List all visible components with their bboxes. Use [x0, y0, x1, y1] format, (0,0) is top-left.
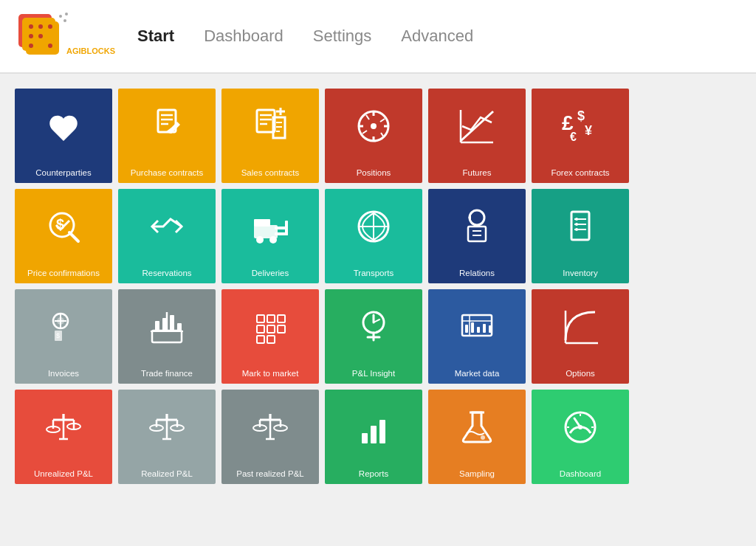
svg-text:$: $ [577, 108, 585, 123]
tile-reservations[interactable]: Reservations [118, 189, 216, 283]
tile-transports[interactable]: Transports [325, 189, 422, 283]
nav-settings[interactable]: Settings [313, 27, 372, 46]
logo-text: AGIBLOCKS [66, 46, 115, 55]
svg-point-6 [29, 34, 33, 38]
agiblocks-logo [15, 10, 74, 62]
tile-sampling[interactable]: Sampling [428, 390, 526, 484]
tile-invoices[interactable]: $ Invoices [15, 289, 112, 384]
svg-point-8 [29, 44, 33, 48]
svg-rect-54 [162, 318, 167, 331]
tile-reservations-label: Reservations [122, 269, 212, 277]
svg-point-44 [575, 218, 578, 221]
svg-rect-63 [278, 325, 285, 333]
svg-rect-77 [483, 324, 486, 333]
tile-inventory-label: Inventory [535, 269, 625, 277]
tile-positions-label: Positions [329, 168, 419, 177]
svg-rect-14 [257, 110, 275, 132]
svg-rect-53 [155, 321, 159, 331]
svg-point-11 [65, 13, 68, 15]
tile-futures-label: Futures [432, 168, 522, 177]
tile-forex-contracts-label: Forex contracts [535, 168, 625, 177]
svg-rect-59 [267, 315, 275, 322]
svg-point-5 [48, 24, 52, 29]
tile-realized-pl-label: Realized P&L [122, 469, 212, 478]
svg-point-12 [63, 19, 66, 22]
svg-rect-37 [468, 227, 486, 241]
tile-positions[interactable]: Positions [325, 89, 422, 183]
tile-dashboard[interactable]: Dashboard [532, 390, 629, 484]
nav-advanced[interactable]: Advanced [401, 27, 473, 46]
tile-counterparties[interactable]: Counterparties [15, 89, 112, 183]
svg-point-29 [269, 236, 277, 243]
svg-rect-76 [477, 327, 480, 333]
svg-point-28 [256, 236, 264, 243]
tile-trade-finance-label: Trade finance [122, 369, 212, 378]
tile-purchase-contracts[interactable]: Purchase contracts [118, 89, 216, 183]
tile-realized-pl[interactable]: Realized P&L [118, 390, 216, 484]
tile-dashboard-label: Dashboard [535, 469, 625, 478]
svg-rect-105 [362, 433, 368, 443]
tile-unrealized-pl[interactable]: Unrealized P&L [15, 390, 112, 484]
tile-relations[interactable]: Relations [428, 189, 526, 283]
svg-point-109 [481, 435, 485, 440]
tile-pl-insight[interactable]: P&L Insight [325, 289, 422, 384]
tile-forex-contracts[interactable]: £ $ ¥ € Forex contracts [532, 89, 629, 183]
svg-point-4 [38, 24, 43, 29]
svg-rect-62 [267, 325, 275, 333]
tile-mark-to-market[interactable]: Mark to market [221, 289, 319, 384]
svg-point-46 [575, 228, 578, 231]
tile-market-data-label: Market data [432, 369, 522, 378]
logo-area: AGIBLOCKS [15, 10, 115, 62]
tile-mark-to-market-label: Mark to market [225, 369, 315, 378]
svg-text:¥: ¥ [585, 123, 592, 138]
svg-point-36 [470, 210, 484, 225]
svg-text:€: € [570, 131, 577, 143]
tile-sales-contracts[interactable]: Sales contracts [221, 89, 319, 183]
tile-options-label: Options [535, 369, 625, 378]
tile-grid: Counterparties Purchase contracts Sales … [0, 77, 756, 495]
svg-rect-58 [257, 315, 264, 322]
svg-rect-65 [267, 336, 275, 343]
nav-start[interactable]: Start [137, 27, 174, 46]
svg-point-112 [578, 425, 583, 429]
tile-reports[interactable]: Reports [325, 390, 422, 484]
svg-rect-74 [465, 325, 468, 333]
tile-counterparties-label: Counterparties [18, 168, 109, 177]
tile-options[interactable]: Options [532, 289, 629, 384]
tile-transports-label: Transports [329, 269, 419, 277]
svg-rect-32 [285, 221, 288, 235]
svg-rect-75 [471, 322, 474, 333]
svg-point-3 [29, 24, 33, 29]
tile-past-realized-pl[interactable]: Past realized P&L [221, 390, 319, 484]
svg-point-9 [48, 44, 52, 48]
tile-futures[interactable]: Futures [428, 89, 526, 183]
tile-market-data[interactable]: Market data [428, 289, 526, 384]
svg-rect-64 [257, 336, 264, 343]
svg-point-16 [371, 123, 377, 129]
nav-dashboard[interactable]: Dashboard [204, 27, 284, 46]
tile-trade-finance[interactable]: Trade finance [118, 289, 216, 384]
tile-inventory[interactable]: Inventory [532, 189, 629, 283]
header: AGIBLOCKS Start Dashboard Settings Advan… [0, 0, 756, 74]
svg-point-45 [575, 223, 578, 226]
svg-rect-106 [371, 426, 377, 443]
tile-sampling-label: Sampling [432, 469, 522, 478]
tile-pl-insight-label: P&L Insight [329, 369, 419, 378]
svg-point-48 [57, 317, 64, 325]
tile-unrealized-pl-label: Unrealized P&L [18, 469, 109, 478]
tile-reports-label: Reports [329, 469, 419, 478]
svg-rect-61 [257, 325, 264, 333]
svg-line-17 [461, 111, 493, 141]
svg-rect-55 [170, 315, 174, 331]
svg-point-10 [59, 15, 62, 18]
tile-price-confirmations[interactable]: $ Price confirmations [15, 189, 112, 283]
tile-relations-label: Relations [432, 269, 522, 277]
tile-deliveries[interactable]: Deliveries [221, 189, 319, 283]
svg-rect-51 [152, 331, 182, 342]
svg-rect-27 [254, 219, 270, 227]
tile-price-confirmations-label: Price confirmations [18, 269, 109, 277]
tile-past-realized-pl-label: Past realized P&L [225, 469, 315, 478]
svg-rect-40 [571, 212, 589, 240]
svg-text:$: $ [56, 332, 60, 339]
svg-rect-60 [278, 315, 285, 322]
